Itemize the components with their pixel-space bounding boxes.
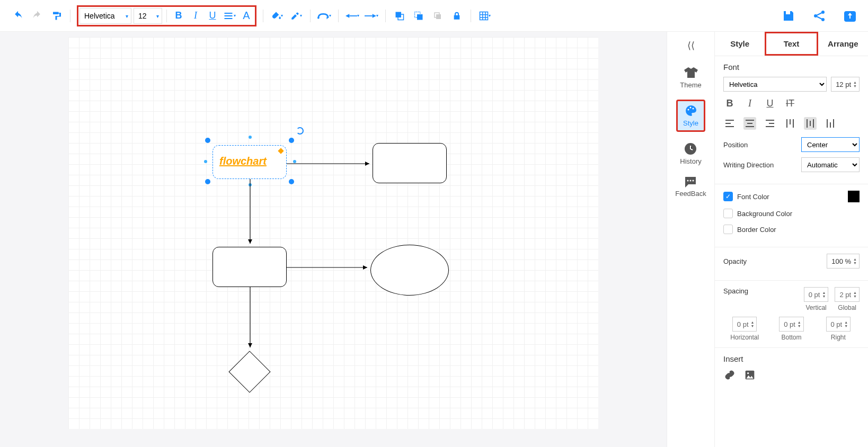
separator xyxy=(310,10,311,22)
color-section: ✓ Font Color Background Color Border Col… xyxy=(715,184,868,247)
italic-button[interactable]: I xyxy=(188,8,203,23)
share-button[interactable] xyxy=(812,8,827,23)
insert-image-button[interactable] xyxy=(743,369,756,381)
selection-mid-handle[interactable] xyxy=(249,136,252,139)
svg-point-19 xyxy=(690,180,692,182)
tab-text[interactable]: Text xyxy=(765,32,818,56)
panel-strikethrough-button[interactable]: IT xyxy=(784,97,796,110)
font-color-swatch[interactable] xyxy=(848,191,860,202)
toolbar: Helvetica 12 B I U ▾ A ▾ ▾ ▾ ▾ ▾ ▾ xyxy=(0,0,868,32)
connector[interactable] xyxy=(247,179,253,249)
insert-link-button[interactable] xyxy=(723,369,736,381)
canvas-area[interactable]: flowchart xyxy=(0,32,667,447)
line-end-button[interactable]: ▾ xyxy=(364,8,379,23)
bg-color-label: Background Color xyxy=(737,210,792,218)
section-header: Font xyxy=(723,62,860,71)
svg-point-16 xyxy=(692,108,694,110)
svg-point-20 xyxy=(693,180,694,182)
table-button[interactable]: ▾ xyxy=(477,8,492,23)
redo-button[interactable] xyxy=(30,8,45,23)
align-dropdown[interactable]: ▾ xyxy=(222,8,237,23)
shape-ellipse[interactable] xyxy=(370,245,449,296)
export-button[interactable] xyxy=(843,8,857,23)
font-size-select[interactable]: 12 xyxy=(134,8,162,24)
shape-label[interactable]: flowchart xyxy=(219,155,267,167)
selection-handle[interactable] xyxy=(289,138,294,143)
connector[interactable] xyxy=(247,287,253,353)
align-center-button[interactable] xyxy=(743,117,756,130)
svg-point-14 xyxy=(687,109,689,111)
shape-rect[interactable] xyxy=(212,247,287,287)
connector[interactable] xyxy=(287,265,373,270)
spacing-horizontal-spinner[interactable]: 0 pt▲▼ xyxy=(732,317,757,332)
panel-tabs: Style Text Arrange xyxy=(715,32,868,56)
selection-handle[interactable] xyxy=(289,179,294,184)
separator xyxy=(263,10,263,22)
shape-diamond[interactable] xyxy=(228,351,270,392)
align-right-button[interactable] xyxy=(764,117,776,130)
sidenav-label: FeedBack xyxy=(675,190,706,198)
spacing-bottom-spinner[interactable]: 0 pt▲▼ xyxy=(779,317,804,332)
collapse-panel-button[interactable]: ⟨⟨ xyxy=(687,40,695,51)
border-color-checkbox[interactable] xyxy=(723,225,733,234)
panel-bold-button[interactable]: B xyxy=(723,97,736,110)
undo-button[interactable] xyxy=(11,8,25,23)
sidenav-label: Style xyxy=(683,119,698,127)
underline-button[interactable]: U xyxy=(205,8,220,23)
connector[interactable] xyxy=(287,161,375,166)
panel-font-size-spinner[interactable]: 12 pt▲▼ xyxy=(831,77,860,92)
svg-rect-4 xyxy=(417,14,423,20)
bold-button[interactable]: B xyxy=(171,8,186,23)
panel-italic-button[interactable]: I xyxy=(743,97,756,110)
properties-panel: Style Text Arrange Font Helvetica 12 pt▲… xyxy=(714,32,868,447)
tab-arrange[interactable]: Arrange xyxy=(818,32,868,56)
selection-handle[interactable] xyxy=(205,179,210,184)
anchor-point[interactable] xyxy=(278,148,284,154)
rotate-handle[interactable] xyxy=(296,127,304,135)
duplicate-button[interactable] xyxy=(430,8,445,23)
spacing-vertical-spinner[interactable]: 0 pt▲▼ xyxy=(804,287,829,302)
chat-icon xyxy=(684,176,697,187)
sidenav-style[interactable]: Style xyxy=(676,100,705,132)
connection-style-button[interactable]: ▾ xyxy=(317,8,332,23)
spacing-label: Spacing xyxy=(723,287,748,295)
spacing-right-spinner[interactable]: 0 pt▲▼ xyxy=(826,317,851,332)
shape-rect[interactable] xyxy=(373,143,447,183)
valign-bottom-button[interactable] xyxy=(824,117,837,130)
sidenav-feedback[interactable]: FeedBack xyxy=(675,176,706,198)
fill-color-button[interactable]: ▾ xyxy=(270,8,285,23)
valign-top-button[interactable] xyxy=(784,117,796,130)
tab-style[interactable]: Style xyxy=(715,32,765,56)
font-family-select[interactable]: Helvetica xyxy=(79,8,131,24)
selection-handle[interactable] xyxy=(205,138,210,143)
lock-button[interactable] xyxy=(449,8,464,23)
writing-direction-select[interactable]: Automatic xyxy=(801,157,860,172)
clock-icon xyxy=(684,142,697,155)
spacing-section: Spacing 0 pt▲▼Vertical 2 pt▲▼Global 0 pt… xyxy=(715,281,868,348)
line-start-button[interactable]: ▾ xyxy=(345,8,360,23)
to-back-button[interactable] xyxy=(411,8,426,23)
svg-point-15 xyxy=(689,107,691,109)
position-select[interactable]: Center xyxy=(801,137,860,152)
font-color-checkbox[interactable]: ✓ xyxy=(723,192,733,201)
canvas[interactable]: flowchart xyxy=(68,37,598,429)
shape-flowchart-rect[interactable]: flowchart xyxy=(212,145,287,179)
valign-middle-button[interactable] xyxy=(804,117,817,130)
panel-font-family-select[interactable]: Helvetica xyxy=(723,77,827,92)
selection-mid-handle[interactable] xyxy=(204,160,207,163)
sidenav-label: Theme xyxy=(680,81,701,89)
palette-icon xyxy=(685,104,697,117)
separator xyxy=(471,10,471,22)
save-button[interactable] xyxy=(781,8,796,23)
bg-color-checkbox[interactable] xyxy=(723,209,733,218)
align-left-button[interactable] xyxy=(723,117,736,130)
format-painter-button[interactable] xyxy=(49,8,64,23)
font-color-button[interactable]: A xyxy=(239,8,254,23)
line-color-button[interactable]: ▾ xyxy=(289,8,304,23)
panel-underline-button[interactable]: U xyxy=(764,97,776,110)
opacity-spinner[interactable]: 100 %▲▼ xyxy=(827,254,860,269)
to-front-button[interactable] xyxy=(392,8,407,23)
spacing-global-spinner[interactable]: 2 pt▲▼ xyxy=(835,287,860,302)
sidenav-theme[interactable]: Theme xyxy=(680,67,701,89)
sidenav-history[interactable]: History xyxy=(680,142,701,165)
